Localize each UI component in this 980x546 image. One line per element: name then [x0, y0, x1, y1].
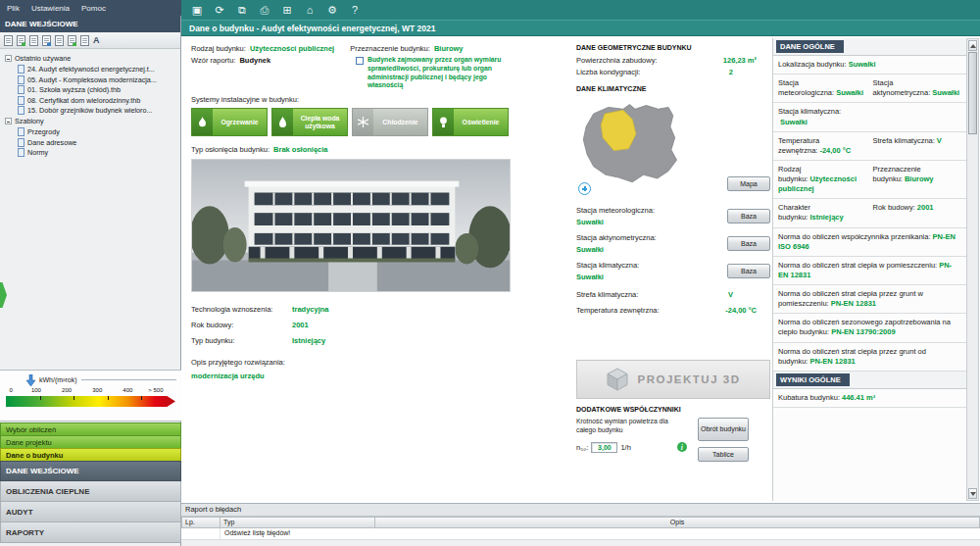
tree-item-recent-4[interactable]: 08. Certyfikat dom wielorodzinny.thb	[2, 96, 178, 105]
summary-row: Stacja klimatyczna:Suwałki	[773, 103, 966, 131]
map-zoom-button[interactable]	[578, 182, 591, 195]
settings-icon[interactable]: ⚙	[325, 5, 339, 16]
obrot-budynku-button[interactable]: Obrót budynku	[698, 418, 749, 441]
sidebar-icon-toolbar: A	[0, 32, 180, 49]
menu-ustawienia[interactable]: Ustawienia	[31, 4, 70, 13]
opis-label: Opis przyjętego rozwiązania:	[191, 358, 516, 367]
water-drop-icon	[272, 109, 293, 135]
tree-item-recent-2[interactable]: 05. Audyt - Kompleksowa modernizacja...	[2, 75, 178, 84]
system-oswietlenie-button[interactable]: Oświetlenie	[432, 108, 509, 136]
energy-scale-ticks: 0 100 200 300 400 > 500	[6, 387, 175, 395]
rok-budowy-value[interactable]: 2001	[292, 321, 309, 329]
collapse-icon[interactable]	[5, 55, 12, 62]
main-content: Rodzaj budynku: Użyteczności publicznej …	[181, 36, 980, 503]
export-icon[interactable]	[55, 35, 64, 46]
baza-klimat-button[interactable]: Baza	[727, 264, 770, 278]
summary-scrollbar[interactable]	[966, 38, 979, 501]
tree-item-normy[interactable]: Normy	[2, 148, 178, 157]
file-icon	[18, 106, 24, 115]
coefficients-header: DODATKOWE WSPÓŁCZYNNIKI	[576, 406, 770, 413]
strefa-value: V	[728, 290, 733, 299]
summary-row: Lokalizacja budynku:Suwałki	[773, 56, 966, 74]
tree-group-recent[interactable]: Ostatnio używane	[5, 54, 178, 63]
file-icon	[18, 65, 24, 74]
n50-input[interactable]: 3,00	[591, 442, 617, 453]
projektuj-3d-button[interactable]: PROJEKTUJ 3D	[576, 360, 770, 399]
energy-marker-icon	[26, 374, 35, 386]
open-file-icon[interactable]	[17, 35, 25, 46]
error-panel-title: Raport o błędach	[185, 505, 241, 514]
typ-budynku-value[interactable]: Istniejący	[292, 336, 325, 345]
scroll-thumb[interactable]	[968, 52, 977, 134]
help-icon[interactable]: ?	[348, 5, 362, 16]
calculator-icon[interactable]: ⊞	[280, 5, 294, 16]
col-lp: Lp.	[181, 517, 220, 528]
system-ogrzewanie-button[interactable]: Ogrzewanie	[191, 108, 268, 136]
menu-plik[interactable]: Plik	[7, 4, 20, 13]
summary-row: Norma do obliczeń sezonowego zapotrzebow…	[773, 314, 966, 342]
tree-group-templates[interactable]: Szablony	[5, 117, 178, 125]
collapse-icon[interactable]	[5, 118, 12, 124]
stacja-aktyno-value: Suwałki	[576, 245, 657, 254]
save-file-icon[interactable]	[29, 35, 38, 46]
system-chlodzenie-button[interactable]: Chłodzenie	[352, 108, 428, 136]
rodzaj-budynku-value[interactable]: Użyteczności publicznej	[250, 44, 334, 53]
opis-value[interactable]: modernizacja urzędu	[191, 372, 516, 380]
menubar: Plik Ustawienia Pomoc	[0, 0, 181, 16]
error-table-row: Odśwież listę błędów!	[181, 528, 980, 540]
file-icon	[18, 96, 24, 105]
template-icon[interactable]	[68, 35, 76, 46]
import-icon[interactable]	[42, 35, 51, 46]
flame-icon	[192, 109, 213, 135]
system-cwu-button[interactable]: Ciepła woda użytkowa	[271, 108, 348, 136]
tree-item-dane-adresowe[interactable]: Dane adresowe	[2, 138, 178, 147]
info-icon[interactable]: i	[677, 442, 687, 452]
tree-item-recent-3[interactable]: 01. Szkoła wyższa (chłód).thb	[2, 85, 178, 94]
summary-row: Norma do obliczeń strat ciepła w pomiesz…	[773, 257, 966, 285]
baza-meteo-button[interactable]: Baza	[727, 209, 770, 223]
baza-aktyno-button[interactable]: Baza	[727, 236, 770, 251]
kubatura-row: Kubatura budynku:446.41 m³	[773, 389, 966, 408]
col-typ: Typ	[220, 517, 375, 528]
file-icon	[18, 138, 24, 147]
scroll-up-arrow[interactable]	[968, 40, 977, 51]
mapa-button[interactable]: Mapa	[727, 176, 770, 191]
tab-dane-wejsciowe[interactable]: DANE WEJŚCIOWE	[0, 461, 181, 481]
przeznaczenie-budynku-value[interactable]: Biurowy	[434, 44, 464, 53]
save-all-icon[interactable]: ⧉	[235, 5, 249, 16]
refresh-icon[interactable]: ⟳	[213, 5, 226, 16]
tab-obliczenia-cieplne[interactable]: OBLICZENIA CIEPLNE	[0, 481, 181, 502]
tablice-button[interactable]: Tablice	[698, 447, 749, 462]
poland-map[interactable]	[576, 97, 698, 195]
refresh-errors-message[interactable]: Odśwież listę błędów!	[220, 528, 294, 539]
wzor-raportu-value[interactable]: Budynek	[239, 56, 270, 65]
sidebar-item-dane-o-budynku[interactable]: Dane o budynku	[0, 448, 181, 461]
sidebar-item-wybor-obliczen[interactable]: Wybór obliczeń	[0, 422, 181, 435]
print-icon[interactable]: ⎙	[258, 5, 271, 16]
system-toggles: Ogrzewanie Ciepła woda użytkowa Chłodzen…	[191, 108, 516, 136]
new-file-icon[interactable]	[4, 35, 13, 46]
climate-map-block: Mapa	[576, 97, 770, 199]
temperatura-value: -24,00 °C	[725, 306, 757, 315]
organ-checkbox-label: Budynek zajmowany przez organ wymiaru sp…	[368, 56, 516, 90]
organ-checkbox[interactable]	[356, 57, 364, 65]
oslona-value[interactable]: Brak osłonięcia	[273, 145, 327, 154]
tab-raporty[interactable]: RAPORTY	[0, 522, 181, 543]
technologia-value[interactable]: tradycyjna	[292, 305, 329, 314]
tree-item-przegrody[interactable]: Przegrody	[2, 127, 178, 136]
tab-audyt[interactable]: AUDYT	[0, 502, 181, 522]
home-icon[interactable]: ⌂	[303, 5, 317, 16]
sidebar-item-dane-projektu[interactable]: Dane projektu	[0, 435, 181, 448]
error-report-panel: Raport o błędach Lp. Typ Opis Odśwież li…	[181, 503, 980, 546]
file-tree: Ostatnio używane 24. Audyt efektywności …	[0, 49, 180, 162]
font-icon[interactable]: A	[93, 35, 100, 45]
menu-pomoc[interactable]: Pomoc	[81, 4, 106, 13]
save-icon[interactable]: ▣	[190, 5, 204, 16]
summary-panel: DANE OGÓLNE Lokalizacja budynku:Suwałki …	[772, 38, 966, 501]
app-window: Plik Ustawienia Pomoc ▣ ⟳ ⧉ ⎙ ⊞ ⌂ ⚙ ? Da…	[0, 0, 980, 546]
tree-item-recent-1[interactable]: 24. Audyt efektywności energetycznej.t..…	[2, 65, 178, 74]
tree-item-recent-5[interactable]: 15. Dobór grzejników budynek wieloro...	[2, 106, 178, 115]
scroll-down-arrow[interactable]	[968, 488, 977, 499]
report-icon[interactable]	[80, 35, 89, 46]
summary-row: Norma do obliczeń strat ciepła przez gru…	[773, 285, 966, 314]
